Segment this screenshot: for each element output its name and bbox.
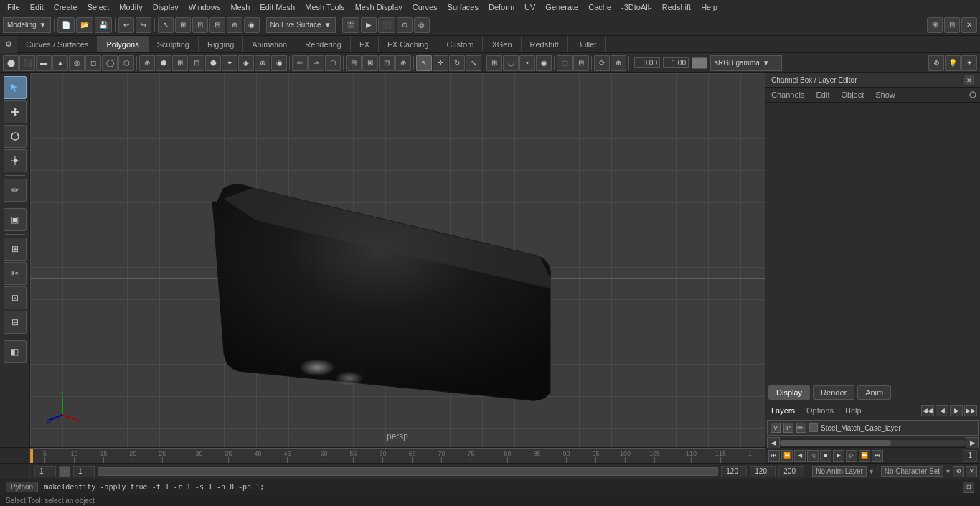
snap2-btn[interactable]: ⊡ [192,17,208,33]
menu-file[interactable]: File [3,1,24,13]
tab-fx-caching[interactable]: FX Caching [379,36,438,52]
render4-btn[interactable]: ⊙ [397,17,413,33]
separate-icon-btn[interactable]: ⊡ [379,55,395,71]
plane-icon-btn[interactable]: ◻ [85,55,101,71]
scrollbar-track[interactable] [780,440,966,446]
channels-tab[interactable]: Channels [768,89,807,100]
menu-create[interactable]: Create [50,1,82,13]
menu-curves[interactable]: Curves [408,1,442,13]
marquee-tool[interactable]: ▣ [4,208,27,231]
render5-btn[interactable]: ◎ [414,17,430,33]
bridge-icon-btn[interactable]: ⊞ [172,55,188,71]
menu-cache[interactable]: Cache [584,1,616,13]
ep-curve-icon-btn[interactable]: ✑ [308,55,324,71]
platonic-icon-btn[interactable]: ⬡ [118,55,134,71]
menu-display[interactable]: Display [149,1,183,13]
layers-back-btn[interactable]: ◀ [936,405,948,416]
python-expand-btn[interactable]: ⊟ [963,482,974,493]
snap3-btn[interactable]: ⊟ [209,17,225,33]
frame-num-field[interactable] [59,466,70,477]
right-panel-pin-btn[interactable] [969,90,977,99]
show-tab[interactable]: Show [872,89,898,100]
boolean-icon-btn[interactable]: ⊕ [395,55,411,71]
menu-select[interactable]: Select [83,1,114,13]
menu-windows[interactable]: Windows [184,1,225,13]
layers-last-btn[interactable]: ▶▶ [964,405,977,416]
menu-modify[interactable]: Modify [115,1,146,13]
cube-icon-btn[interactable]: ⬛ [19,55,35,71]
scroll-left-btn[interactable]: ◀ [767,437,780,449]
range-max-field[interactable]: 200 [778,466,804,477]
frame-start-field[interactable]: 1 [34,466,56,477]
layout-btn[interactable]: ⊞ [927,17,943,33]
next-key-btn[interactable]: ⏩ [859,450,870,462]
snap1-btn[interactable]: ⊞ [175,17,191,33]
soft-select-tool[interactable]: ⊞ [4,238,27,261]
prev-key-btn[interactable]: ⏪ [781,450,793,462]
tab-bullet[interactable]: Bullet [568,36,606,52]
menu-generate[interactable]: Generate [541,1,583,13]
object-tab[interactable]: Object [838,89,867,100]
render-settings-btn[interactable]: ⚙ [928,55,944,71]
prev-frame-btn[interactable]: ◀ [794,450,806,462]
paint-tool[interactable]: ✏ [4,179,27,202]
scale-tool[interactable] [4,149,27,172]
scrollbar-thumb[interactable] [780,440,891,446]
fx-settings-btn[interactable]: ✦ [961,55,977,71]
select-tool-btn[interactable]: ↖ [416,55,432,71]
next-frame-btn[interactable]: ▷ [846,450,857,462]
move-tool[interactable] [4,100,27,123]
smooth-icon-btn[interactable]: ⬣ [205,55,221,71]
panel-btn[interactable]: ⊡ [944,17,960,33]
tab-xgen[interactable]: XGen [483,36,521,52]
menu-surfaces[interactable]: Surfaces [443,1,483,13]
connect-icon-btn[interactable]: ⊗ [255,55,270,71]
edit-tab[interactable]: Edit [813,89,832,100]
open-file-btn[interactable]: 📂 [76,17,93,33]
options-tab[interactable]: Options [804,405,837,416]
tab-curves-surfaces[interactable]: Curves / Surfaces [17,36,98,52]
render2-btn[interactable]: ▶ [361,17,377,33]
select-tool[interactable] [4,76,27,99]
redo-btn[interactable]: ↪ [136,17,151,33]
relax-tool[interactable]: ⊟ [4,311,27,334]
tab-sculpting[interactable]: Sculpting [149,36,199,52]
tab-polygons[interactable]: Polygons [98,36,148,52]
snap-point-btn[interactable]: • [519,55,535,71]
rotate-tool-btn[interactable]: ↻ [449,55,465,71]
new-file-btn[interactable]: 📄 [57,17,75,33]
cone-icon-btn[interactable]: ▲ [52,55,68,71]
tab-settings-icon[interactable]: ⚙ [0,36,17,53]
range-end-field[interactable]: 120 [721,466,747,477]
menu-redshift[interactable]: Redshift [658,1,695,13]
bezier-icon-btn[interactable]: ☖ [325,55,341,71]
render-tab[interactable]: Render [813,385,854,400]
menu-deform[interactable]: Deform [484,1,519,13]
no-char-set-dropdown[interactable]: No Character Set [881,466,943,477]
light-settings-btn[interactable]: 💡 [945,55,961,71]
wedge-icon-btn[interactable]: ◈ [238,55,254,71]
fill-icon-btn[interactable]: ⊡ [189,55,204,71]
tab-fx[interactable]: FX [351,36,379,52]
timeline-ruler[interactable]: 5 10 15 20 25 30 35 40 45 50 5 [30,448,765,463]
timeline-scroll-bar[interactable] [98,467,718,476]
circularize-icon-btn[interactable]: ◉ [271,55,287,71]
tab-rigging[interactable]: Rigging [199,36,243,52]
menu-edit[interactable]: Edit [26,1,48,13]
cv-curve-icon-btn[interactable]: ✏ [292,55,308,71]
anim-tab[interactable]: Anim [857,385,891,400]
layer-visibility-check[interactable]: V [771,423,781,433]
goto-end-btn[interactable]: ⏭ [872,450,883,462]
settings-btn[interactable]: ✕ [961,17,977,33]
history-btn[interactable]: ⟳ [594,55,610,71]
scale-tool-btn[interactable]: ⤡ [466,55,481,71]
play-back-btn[interactable]: ◁ [807,450,819,462]
stop-btn[interactable]: ⏹ [820,450,831,462]
char-set-btn1[interactable]: ⚙ [953,466,964,477]
viewport-canvas[interactable]: Y X Z persp [30,73,765,447]
color-mode-btn[interactable] [692,57,707,69]
range-end2-field[interactable]: 120 [750,466,776,477]
live-surface-dropdown[interactable]: No Live Surface ▼ [266,17,336,33]
frame-end-field[interactable]: 1 [73,466,95,477]
help-tab[interactable]: Help [842,405,864,416]
